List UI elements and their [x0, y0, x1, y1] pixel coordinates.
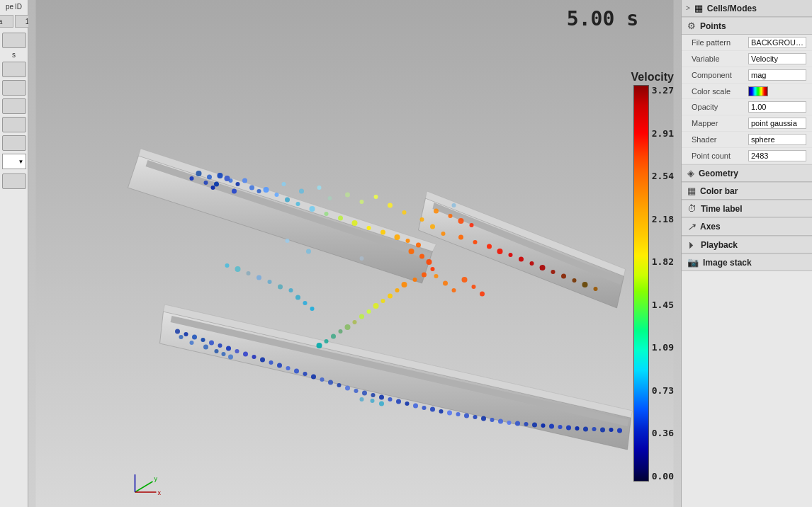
section-header-imagestack[interactable]: 📷 Image stack	[682, 254, 812, 271]
svg-point-106	[218, 343, 222, 348]
colorbar-title: Velocity	[631, 71, 674, 84]
section-label-imagestack: Image stack	[703, 258, 752, 268]
colorbar-label-2: 2.54	[652, 171, 674, 181]
section-header-timelabel[interactable]: ⏱ Time label	[682, 200, 812, 217]
svg-point-151	[600, 428, 605, 433]
svg-point-16	[225, 176, 230, 181]
section-header-points[interactable]: ⚙ Points	[682, 17, 812, 35]
svg-point-44	[388, 203, 393, 208]
svg-point-95	[434, 274, 439, 278]
svg-point-11	[207, 175, 212, 180]
left-button-4[interactable]	[2, 98, 26, 114]
svg-point-140	[507, 421, 512, 425]
geometry-icon: ◈	[687, 168, 694, 178]
svg-point-112	[269, 360, 274, 365]
svg-point-38	[299, 189, 304, 194]
left-button-3[interactable]	[2, 80, 26, 96]
opacity-label: Opacity	[692, 103, 748, 111]
svg-point-144	[541, 423, 546, 428]
left-button-6[interactable]	[2, 135, 26, 151]
svg-point-48	[449, 214, 453, 218]
svg-point-111	[260, 358, 265, 363]
svg-point-53	[458, 235, 463, 240]
section-header-axes[interactable]: ↗ Axes	[682, 217, 812, 236]
section-header-playback[interactable]: ⏵ Playback	[682, 236, 812, 254]
svg-point-70	[422, 273, 427, 278]
svg-point-101	[175, 329, 180, 334]
colorbar-label-0: 3.27	[652, 85, 674, 96]
left-row-a: a	[0, 15, 13, 28]
colorbar-label-7: 0.73	[652, 385, 674, 396]
svg-point-137	[481, 416, 486, 421]
svg-point-56	[497, 249, 503, 254]
svg-point-67	[419, 254, 424, 259]
left-button-5[interactable]	[2, 117, 26, 132]
panel-expand-button[interactable]: > ▦ Cells/Modes	[682, 0, 812, 17]
svg-point-32	[367, 226, 371, 230]
component-value[interactable]: mag	[748, 69, 806, 81]
svg-point-159	[228, 355, 233, 360]
svg-point-24	[275, 193, 279, 197]
opacity-value[interactable]: 1.00	[748, 101, 806, 113]
svg-point-148	[575, 426, 580, 431]
svg-point-39	[317, 186, 322, 190]
svg-point-88	[310, 307, 315, 311]
svg-point-118	[320, 377, 325, 382]
svg-point-22	[257, 189, 261, 193]
svg-point-80	[345, 324, 351, 330]
svg-point-127	[396, 399, 401, 404]
svg-point-14	[214, 182, 219, 187]
section-header-geometry[interactable]: ◈ Geometry	[682, 164, 812, 182]
svg-point-82	[331, 334, 336, 339]
svg-point-135	[464, 414, 469, 418]
main-viewport: y x 5.00 s Velocity 3.27 2.91 2.54 2.18 …	[28, 0, 681, 507]
svg-point-156	[203, 345, 208, 350]
left-button-2[interactable]	[2, 62, 26, 77]
file-pattern-value[interactable]: BACKGROUND_IC	[748, 37, 806, 48]
colorbar-label-6: 1.09	[652, 342, 674, 353]
svg-point-79	[353, 320, 357, 324]
left-button-7[interactable]	[2, 173, 26, 189]
file-pattern-label: File pattern	[692, 38, 748, 47]
svg-point-51	[430, 224, 435, 229]
svg-point-162	[379, 401, 384, 406]
colorbar-label-8: 0.36	[652, 428, 674, 438]
svg-point-157	[215, 349, 219, 353]
svg-point-89	[278, 285, 283, 290]
svg-point-72	[402, 282, 407, 287]
color-scale-swatch[interactable]	[748, 86, 768, 96]
section-label-playback: Playback	[701, 240, 738, 250]
svg-point-102	[184, 332, 188, 336]
svg-point-160	[360, 397, 364, 401]
col-header-pe: pe	[6, 3, 13, 11]
mapper-value[interactable]: point gaussia	[748, 118, 806, 129]
svg-point-138	[490, 418, 495, 422]
component-label: Component	[692, 71, 748, 79]
left-dropdown[interactable]: ▼	[2, 154, 26, 169]
variable-value[interactable]: Velocity	[748, 53, 806, 64]
svg-point-12	[218, 173, 223, 178]
points-properties: File pattern BACKGROUND_IC Variable Velo…	[682, 35, 812, 164]
section-header-colorbar[interactable]: ▦ Color bar	[682, 182, 812, 200]
right-panel: > ▦ Cells/Modes ⚙ Points File pattern BA…	[681, 0, 812, 507]
prop-point-count: Point count 2483	[682, 148, 812, 164]
left-button-1[interactable]	[2, 33, 26, 48]
svg-point-128	[405, 401, 410, 406]
color-scale-label: Color scale	[692, 87, 748, 96]
svg-point-99	[472, 285, 476, 289]
svg-point-30	[338, 216, 343, 221]
svg-point-126	[388, 397, 393, 401]
svg-point-74	[388, 294, 393, 299]
svg-point-83	[325, 339, 329, 343]
colorbar-container: Velocity 3.27 2.91 2.54 2.18 1.82 1.45 1…	[624, 71, 674, 482]
svg-point-45	[402, 210, 407, 215]
point-count-value: 2483	[748, 150, 806, 161]
playback-icon: ⏵	[687, 239, 697, 250]
svg-point-105	[209, 341, 214, 346]
svg-point-47	[434, 209, 439, 214]
svg-point-34	[395, 234, 400, 240]
time-icon: ⏱	[687, 203, 697, 214]
shader-value[interactable]: sphere	[748, 134, 806, 145]
prop-variable: Variable Velocity	[682, 51, 812, 67]
mapper-label: Mapper	[692, 119, 748, 127]
